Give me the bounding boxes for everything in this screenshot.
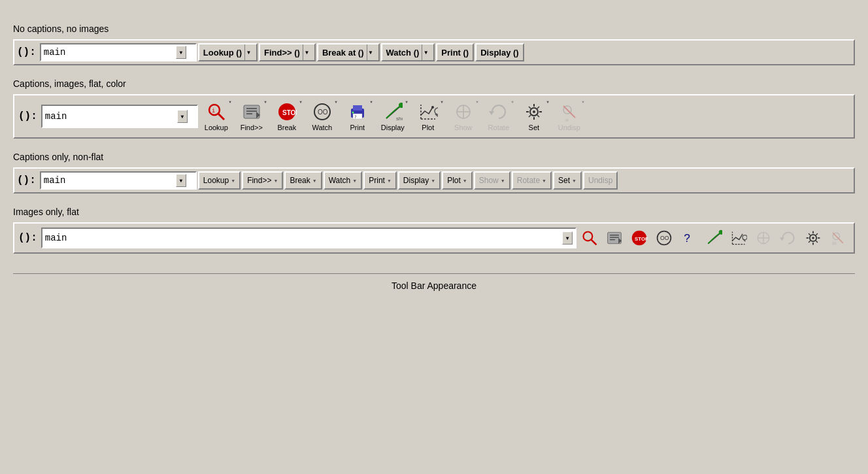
undisp-button-4[interactable]: ☠ [826,226,850,250]
print-icon-2: ? [347,101,368,122]
show-button-3[interactable]: Show▼ [474,171,510,190]
plot-icon-4 [730,229,747,246]
show-dropdown-top-2: ▼ [476,100,478,105]
undisp-button-3[interactable]: Undisp [583,171,618,190]
input-wrap-2: ▼ [41,105,198,128]
print-button-4[interactable]: ? [677,226,701,250]
break-small-arrow-3: ▼ [312,178,317,183]
undisp-icon-2: ☠ [559,101,580,122]
svg-line-40 [563,106,575,118]
set-button-2[interactable]: ▼ Set [517,98,551,135]
rotate-button-2[interactable]: ▼ Rotate [482,98,516,135]
toolbar-2: (): ▼ ▼ i Lookup ▼ [13,94,855,139]
svg-text:?: ? [354,114,357,119]
break-button-3[interactable]: Break▼ [284,171,322,190]
find-arrow-1[interactable]: ▼ [303,44,310,60]
input-dropdown-3[interactable]: ▼ [176,174,186,187]
find-button-2[interactable]: ▼ Find>> [235,98,269,135]
display-icon-4 [705,229,722,246]
break-caption-2: Break [277,124,296,131]
section2-label: Captions, images, flat, color [13,78,855,89]
lookup-caption-2: Lookup [205,124,228,131]
svg-text:i: i [212,107,215,114]
svg-point-15 [352,112,354,114]
break-button-2[interactable]: ▼ STOP Break [270,98,304,135]
lookup-button-3[interactable]: Lookup▼ [198,171,241,190]
lookup-dropdown-top-2: ▼ [229,100,231,105]
svg-line-71 [809,241,810,243]
input-dropdown-2[interactable]: ▼ [177,110,188,123]
toolbar-1: (): ▼ Lookup () ▼ Find>> () ▼ Break at (… [13,39,855,65]
watch-button-1[interactable]: Watch () ▼ [381,43,435,61]
print-small-arrow-3: ▼ [387,178,392,183]
main-input-1[interactable] [44,47,175,58]
svg-line-69 [816,241,818,243]
main-input-4[interactable] [45,233,561,243]
break-button-4[interactable]: STOP [627,226,651,250]
svg-line-35 [537,115,539,117]
input-wrap-3: ▼ [40,171,197,190]
footer-label: Tool Bar Appearance [13,280,855,291]
svg-marker-61 [780,237,784,241]
input-dropdown-4[interactable]: ▼ [562,231,573,245]
print-dropdown-top-2: ▼ [370,100,373,105]
watch-caption-2: Watch [312,124,332,131]
print-button-2[interactable]: ▼ ? Print [341,98,375,135]
print-button-1[interactable]: Print () [436,43,474,61]
lookup-button-4[interactable] [578,226,601,250]
show-button-2[interactable]: ▼ Show [446,98,480,135]
plot-button-4[interactable] [727,226,750,250]
watch-button-3[interactable]: Watch▼ [324,171,363,190]
rotate-button-4[interactable] [776,226,800,250]
watch-button-4[interactable]: OO [652,226,676,250]
watch-icon-2: OO [312,101,333,122]
section-images-only-flat: Images only, flat (): ▼ [13,207,855,254]
show-button-4[interactable] [752,226,775,250]
svg-point-29 [533,110,535,113]
main-input-3[interactable] [44,175,175,186]
plot-button-3[interactable]: Plot▼ [442,171,473,190]
set-button-4[interactable] [801,226,825,250]
print-icon-4: ? [680,229,697,246]
lookup-button-2[interactable]: ▼ i Lookup [199,98,233,135]
svg-point-21 [431,106,434,109]
lookup-arrow-1[interactable]: ▼ [244,44,252,60]
rotate-caption-2: Rotate [488,124,509,131]
display-caption-2: Display [381,124,405,131]
set-button-3[interactable]: Set▼ [553,171,582,190]
input-wrap-1: ▼ [40,43,197,61]
display-button-2[interactable]: ▼ sho Display [376,98,410,135]
lookup-icon-4 [581,229,598,246]
main-input-2[interactable] [45,111,176,122]
watch-button-2[interactable]: ▼ OO Watch [305,98,339,135]
svg-rect-13 [353,105,362,110]
svg-text:☠: ☠ [831,239,837,246]
undisp-caption-2: Undisp [558,124,580,131]
plot-small-arrow-3: ▼ [463,178,467,183]
find-button-1[interactable]: Find>> () ▼ [259,43,316,61]
display-button-4[interactable] [702,226,726,250]
rotate-small-arrow-3: ▼ [542,178,546,183]
rotate-button-3[interactable]: Rotate▼ [512,171,552,190]
section-captions-images-flat-color: Captions, images, flat, color (): ▼ ▼ i … [13,78,855,139]
toolbar-3: (): ▼ Lookup▼ Find>>▼ Break▼ Watch▼ Prin… [13,167,855,194]
undisp-button-2[interactable]: ▼ ☠ Undisp [552,98,586,135]
svg-text:☠: ☠ [565,118,569,122]
display-button-1[interactable]: Display () [475,43,524,61]
input-dropdown-1[interactable]: ▼ [176,46,186,59]
display-dropdown-top-2: ▼ [405,100,408,105]
lookup-button-1[interactable]: Lookup () ▼ [198,43,258,61]
input-wrap-4: ▼ [41,228,576,248]
find-button-4[interactable] [603,226,626,250]
toolbar-prefix-2: (): [18,110,37,122]
watch-dropdown-top-2: ▼ [335,100,337,105]
break-button-1[interactable]: Break at () ▼ [317,43,380,61]
plot-button-2[interactable]: ▼ Plot [411,98,445,135]
display-button-3[interactable]: Display▼ [398,171,441,190]
find-small-arrow-3: ▼ [273,178,278,183]
print-button-3[interactable]: Print▼ [363,171,397,190]
set-small-arrow-3: ▼ [572,178,576,183]
watch-arrow-1[interactable]: ▼ [422,44,429,60]
find-button-3[interactable]: Find>>▼ [242,171,283,190]
break-arrow-1[interactable]: ▼ [367,44,375,60]
